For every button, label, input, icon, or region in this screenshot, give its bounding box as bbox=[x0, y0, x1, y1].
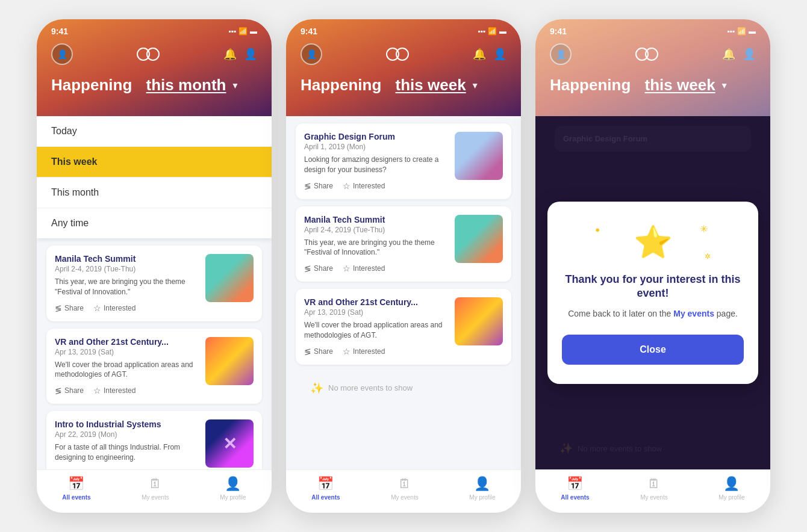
no-more-icon: ✨ bbox=[310, 382, 323, 395]
dropdown-today[interactable]: Today bbox=[37, 116, 272, 147]
modal-desc-suffix: page. bbox=[714, 309, 738, 318]
wifi-icon-2: 📶 bbox=[488, 27, 497, 36]
phone2-event-0-interested[interactable]: ☆ Interested bbox=[343, 181, 385, 191]
share-icon-1: ≶ bbox=[55, 386, 62, 395]
phone3-header: 9:41 ▪▪▪ 📶 ▬ 👤 🔔 👤 Happeni bbox=[535, 19, 770, 116]
phone1-nav-my-events[interactable]: 🗓 My events bbox=[142, 476, 169, 501]
share-icon-p2-0: ≶ bbox=[304, 181, 311, 191]
search-icon[interactable]: 👤 bbox=[244, 48, 257, 61]
phone1-event-card-1: VR and Other 21st Century... Apr 13, 201… bbox=[46, 329, 262, 404]
phone2-page-title: Happening this week ▼ bbox=[286, 69, 521, 104]
phone2-event-0-content: Graphic Design Forum April 1, 2019 (Mon)… bbox=[304, 132, 447, 191]
phone1-event-1-share[interactable]: ≶ Share bbox=[55, 386, 84, 395]
phone2-nav-all-events[interactable]: 📅 All events bbox=[311, 476, 340, 501]
phone3-time: 9:41 bbox=[550, 26, 567, 36]
phone2-title-prefix: Happening bbox=[301, 76, 381, 94]
bell-icon[interactable]: 🔔 bbox=[223, 48, 237, 61]
phone2-event-0-image bbox=[455, 132, 503, 180]
phone2-event-1-date: April 2-4, 2019 (Tue-Thu) bbox=[304, 226, 447, 234]
phone-1: 9:41 ▪▪▪ 📶 ▬ 👤 🔔 👤 Happeni bbox=[37, 19, 272, 513]
phone2-event-2-actions: ≶ Share ☆ Interested bbox=[304, 347, 447, 356]
phone2-nav-my-profile[interactable]: 👤 My profile bbox=[469, 476, 495, 501]
phone2-event-0-date: April 1, 2019 (Mon) bbox=[304, 143, 447, 151]
phone3-nav-all-events[interactable]: 📅 All events bbox=[561, 476, 589, 501]
phone2-dropdown-arrow[interactable]: ▼ bbox=[471, 81, 479, 90]
phone2-event-2-interested[interactable]: ☆ Interested bbox=[343, 347, 385, 356]
phone1-event-2-interested[interactable]: ☆ Interested bbox=[93, 469, 136, 469]
modal-desc-link[interactable]: My events bbox=[673, 309, 714, 318]
battery-icon-2: ▬ bbox=[499, 27, 506, 36]
phone2-event-1-image bbox=[455, 215, 503, 263]
dropdown-this-week[interactable]: This week bbox=[37, 147, 272, 178]
share-icon-p2-1: ≶ bbox=[304, 264, 311, 273]
profile-icon: 👤 bbox=[225, 476, 241, 492]
phone1-event-2-share[interactable]: ≶ Share bbox=[55, 469, 84, 469]
phone2-event-2-share[interactable]: ≶ Share bbox=[304, 347, 333, 356]
phone1-event-1-title: VR and Other 21st Century... bbox=[55, 337, 198, 347]
phone2-nav-bar: 👤 🔔 👤 bbox=[286, 40, 521, 69]
vr-img-2 bbox=[455, 297, 503, 345]
phone2-avatar[interactable]: 👤 bbox=[301, 43, 322, 65]
phone1-body: Today This week This month Any time Mani… bbox=[37, 116, 272, 469]
phone3-title-highlight: this week bbox=[645, 76, 715, 94]
phone3-dropdown-arrow: ▼ bbox=[720, 81, 729, 90]
sparkle-icon-bl: ✹ bbox=[595, 227, 600, 234]
phone1-event-0-share[interactable]: ≶ Share bbox=[55, 303, 84, 313]
dropdown-this-month[interactable]: This month bbox=[37, 178, 272, 208]
share-label-p2-1: Share bbox=[314, 264, 333, 273]
star-icon-p2-0: ☆ bbox=[343, 181, 351, 191]
phone1-nav-bar: 👤 🔔 👤 bbox=[37, 40, 272, 69]
bell-icon-2[interactable]: 🔔 bbox=[473, 48, 486, 61]
phone3-nav-my-events[interactable]: 🗓 My events bbox=[640, 476, 668, 501]
phone1-events-list: Manila Tech Summit April 2-4, 2019 (Tue-… bbox=[37, 238, 272, 469]
bell-icon-3: 🔔 bbox=[722, 48, 735, 61]
share-label-1: Share bbox=[64, 386, 84, 395]
calendar-x-icon: 🗓 bbox=[149, 476, 162, 492]
phone3-logo bbox=[638, 48, 656, 61]
phone2-nav-my-events[interactable]: 🗓 My events bbox=[391, 476, 419, 501]
phone-3: 9:41 ▪▪▪ 📶 ▬ 👤 🔔 👤 Happeni bbox=[535, 19, 770, 513]
phone3-nav-all-events-label: All events bbox=[561, 494, 589, 501]
phone1-event-0-actions: ≶ Share ☆ Interested bbox=[55, 303, 198, 313]
phone1-event-1-image bbox=[205, 337, 254, 385]
phone2-title-highlight: this week bbox=[396, 76, 466, 94]
calendar-icon: 📅 bbox=[68, 476, 84, 492]
phone1-dropdown-arrow[interactable]: ▼ bbox=[231, 81, 239, 90]
profile-icon-2: 👤 bbox=[474, 476, 490, 492]
phone1-logo bbox=[139, 48, 157, 61]
phone2-event-0-share[interactable]: ≶ Share bbox=[304, 181, 333, 191]
phone1-event-0-interested[interactable]: ☆ Interested bbox=[93, 303, 136, 313]
calendar-icon-3: 📅 bbox=[567, 476, 583, 492]
phone1-avatar[interactable]: 👤 bbox=[51, 43, 73, 65]
star-icon-p2-2: ☆ bbox=[343, 347, 351, 356]
wifi-icon: 📶 bbox=[238, 27, 248, 36]
phone2-status-icons: ▪▪▪ 📶 ▬ bbox=[478, 27, 506, 36]
logo3-circle-left bbox=[635, 48, 649, 61]
profile-icon-3: 👤 bbox=[723, 476, 740, 492]
dropdown-any-time[interactable]: Any time bbox=[37, 208, 272, 238]
modal-desc-prefix: Come back to it later on the bbox=[568, 309, 673, 318]
phone1-title-highlight: this month bbox=[146, 76, 226, 94]
share-label-p2-0: Share bbox=[314, 182, 333, 190]
manila-tech-img-2 bbox=[455, 215, 503, 263]
phone1-event-1-interested[interactable]: ☆ Interested bbox=[93, 386, 136, 395]
no-more-label: No more events to show bbox=[328, 383, 413, 392]
phone1-event-card-0: Manila Tech Summit April 2-4, 2019 (Tue-… bbox=[46, 246, 262, 321]
search-icon-2[interactable]: 👤 bbox=[493, 48, 506, 61]
modal-star-container: ⭐ ✳ ✲ ✹ bbox=[562, 221, 744, 263]
phone2-event-1-interested[interactable]: ☆ Interested bbox=[343, 264, 385, 273]
phone3-nav-my-profile[interactable]: 👤 My profile bbox=[718, 476, 744, 501]
calendar-icon-2: 📅 bbox=[317, 476, 334, 492]
battery-icon-3: ▬ bbox=[749, 27, 756, 36]
phone1-nav-all-events[interactable]: 📅 All events bbox=[62, 476, 90, 501]
phone1-nav-my-profile[interactable]: 👤 My profile bbox=[220, 476, 246, 501]
logo2-circle-left bbox=[386, 48, 399, 61]
phone3-nav-my-events-label: My events bbox=[640, 494, 668, 501]
phone2-bottom-nav: 📅 All events 🗓 My events 👤 My profile bbox=[286, 469, 521, 513]
phone3-nav-bar: 👤 🔔 👤 bbox=[535, 40, 770, 69]
phone2-event-2-date: Apr 13, 2019 (Sat) bbox=[304, 308, 447, 317]
phone3-status-icons: ▪▪▪ 📶 ▬ bbox=[727, 27, 756, 36]
modal-close-button[interactable]: Close bbox=[562, 335, 744, 365]
phone2-event-1-share[interactable]: ≶ Share bbox=[304, 264, 333, 273]
phone1-status-bar: 9:41 ▪▪▪ 📶 ▬ bbox=[37, 19, 272, 40]
